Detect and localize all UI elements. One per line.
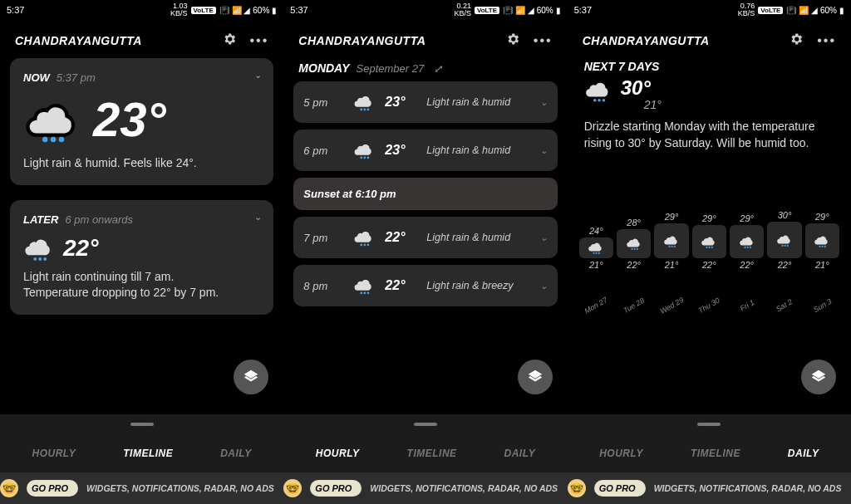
more-icon[interactable]: ••• <box>817 33 836 48</box>
rain-icon <box>352 227 376 248</box>
tab-daily[interactable]: DAILY <box>220 448 252 459</box>
hour-temp: 22° <box>385 230 418 245</box>
day-pill <box>767 222 801 258</box>
pro-avatar-icon: 🤓 <box>283 479 302 497</box>
more-icon[interactable]: ••• <box>534 33 553 48</box>
cloud-icon <box>739 233 755 250</box>
hour-cond: Light rain & humid <box>426 232 531 243</box>
now-card[interactable]: NOW 5:37 pm ⌄ 23° Light rain & humid. Fe… <box>10 58 273 185</box>
panel-timeline: 5:37 1.03 KB/S VoLTE 📳 📶 ◢ 60% ▮ CHANDRA… <box>0 0 283 504</box>
chevron-down-icon[interactable]: ⌄ <box>540 145 548 156</box>
go-pro-bar[interactable]: 🤓 GO PRO WIDGETS, NOTIFICATIONS, RADAR, … <box>283 472 567 504</box>
hour-temp: 23° <box>385 143 418 158</box>
tab-hourly[interactable]: HOURLY <box>32 448 76 459</box>
hour-cond: Light rain & humid <box>426 96 531 108</box>
go-pro-bar[interactable]: 🤓 GO PRO WIDGETS, NOTIFICATIONS, RADAR, … <box>0 472 283 504</box>
chevron-down-icon[interactable]: ⌄ <box>540 97 548 108</box>
hour-row[interactable]: 5 pm23°Light rain & humid⌄ <box>293 81 557 123</box>
hour-time: 5 pm <box>303 96 343 109</box>
panel-daily: 5:37 0.76 KB/S VoLTE 📳 📶 ◢ 60% ▮ CHANDRA… <box>568 0 851 504</box>
bottom-sheet-handle[interactable] <box>0 414 283 434</box>
bottom-sheet-handle[interactable] <box>568 414 851 434</box>
tab-timeline[interactable]: TIMELINE <box>407 448 457 459</box>
chevron-down-icon[interactable]: ⌄ <box>254 70 262 81</box>
day-high: 29° <box>665 212 679 222</box>
tab-timeline[interactable]: TIMELINE <box>691 448 740 459</box>
later-text1: Light rain continuing till 7 am. <box>23 269 260 286</box>
go-pro-text: WIDGETS, NOTIFICATIONS, RADAR, NO ADS <box>86 483 274 493</box>
hour-row[interactable]: 7 pm22°Light rain & humid⌄ <box>293 217 557 258</box>
later-temp: 22° <box>63 235 98 262</box>
hour-cond: Light rain & breezy <box>426 280 531 291</box>
settings-icon[interactable] <box>222 32 237 50</box>
later-subtitle: 6 pm onwards <box>65 213 133 226</box>
daily-col[interactable]: 29°22°Fri 1 <box>730 205 764 310</box>
app-header: CHANDRAYANGUTTA ••• <box>0 20 283 58</box>
later-text2: Temperature dropping to 22° by 7 pm. <box>23 285 260 301</box>
pro-avatar-icon: 🤓 <box>0 479 18 497</box>
now-temp: 23° <box>93 95 166 144</box>
later-title: LATER <box>23 213 58 226</box>
day-pill <box>730 225 764 258</box>
rain-icon <box>352 91 376 113</box>
daily-col[interactable]: 29°22°Thu 30 <box>692 205 726 310</box>
tab-daily[interactable]: DAILY <box>504 448 536 459</box>
day-low: 21° <box>815 260 829 270</box>
day-label: Thu 30 <box>697 296 721 315</box>
more-icon[interactable]: ••• <box>250 33 269 48</box>
rain-icon <box>352 139 376 161</box>
cloud-icon <box>776 232 793 248</box>
day-low: 22° <box>702 260 716 270</box>
daily-col[interactable]: 28°22°Tue 28 <box>617 205 651 310</box>
day-label: Tue 28 <box>622 296 646 314</box>
layers-fab[interactable] <box>518 360 553 394</box>
daily-col[interactable]: 30°22°Sat 2 <box>767 205 801 310</box>
go-pro-pill[interactable]: GO PRO <box>310 480 362 497</box>
settings-icon[interactable] <box>505 32 520 50</box>
day-label: Sat 2 <box>775 297 794 313</box>
daily-col[interactable]: 29°21°Wed 29 <box>654 205 688 310</box>
tab-timeline[interactable]: TIMELINE <box>123 448 173 459</box>
now-title: NOW <box>23 71 50 84</box>
later-card[interactable]: LATER 6 pm onwards ⌄ 22° Light rain cont… <box>10 200 273 315</box>
tab-hourly[interactable]: HOURLY <box>316 448 360 459</box>
rain-icon <box>23 91 81 149</box>
day-high: 29° <box>702 213 716 223</box>
location-label[interactable]: CHANDRAYANGUTTA <box>298 34 426 47</box>
layers-fab[interactable] <box>801 360 836 394</box>
daily-col[interactable]: 24°21°Mon 27 <box>579 205 613 310</box>
hour-row[interactable]: 6 pm23°Light rain & humid⌄ <box>293 130 557 171</box>
location-label[interactable]: CHANDRAYANGUTTA <box>583 34 710 47</box>
rain-icon <box>584 76 612 105</box>
location-label[interactable]: CHANDRAYANGUTTA <box>15 34 142 47</box>
status-bar: 5:37 0.21 KB/S VoLTE 📳 📶 ◢ 60% ▮ <box>283 0 567 20</box>
tab-daily[interactable]: DAILY <box>788 448 819 459</box>
go-pro-bar[interactable]: 🤓 GO PRO WIDGETS, NOTIFICATIONS, RADAR, … <box>568 472 851 504</box>
chevron-down-icon[interactable]: ⌄ <box>254 212 262 223</box>
bottom-sheet-handle[interactable] <box>283 414 567 434</box>
day-pill <box>805 223 839 258</box>
settings-icon[interactable] <box>789 32 804 50</box>
day-pill <box>617 229 651 258</box>
day-header[interactable]: MONDAY September 27 ⤢ <box>293 58 557 81</box>
status-bar: 5:37 0.76 KB/S VoLTE 📳 📶 ◢ 60% ▮ <box>568 0 851 20</box>
chevron-down-icon[interactable]: ⌄ <box>540 281 548 291</box>
go-pro-pill[interactable]: GO PRO <box>27 480 78 497</box>
day-low: 22° <box>627 260 641 270</box>
go-pro-pill[interactable]: GO PRO <box>594 480 646 497</box>
expand-icon[interactable]: ⤢ <box>434 63 442 75</box>
cloud-icon <box>626 235 642 252</box>
net-rate-unit: KB/S <box>170 10 188 17</box>
day-low: 21° <box>665 260 679 270</box>
tab-hourly[interactable]: HOURLY <box>599 448 643 459</box>
chevron-down-icon[interactable]: ⌄ <box>540 232 548 243</box>
day-label: Sun 3 <box>812 296 833 313</box>
day-pill <box>654 223 688 258</box>
hour-row[interactable]: 8 pm22°Light rain & breezy⌄ <box>293 265 557 306</box>
cloud-icon <box>814 232 830 249</box>
daily-col[interactable]: 29°21°Sun 3 <box>805 205 839 310</box>
day-low: 22° <box>778 260 792 270</box>
sunset-card: Sunset at 6:10 pm <box>293 178 557 210</box>
week-high: 30° <box>621 76 662 100</box>
next7-summary: NEXT 7 DAYS 30° 21° Drizzle starting Mon… <box>578 58 841 152</box>
